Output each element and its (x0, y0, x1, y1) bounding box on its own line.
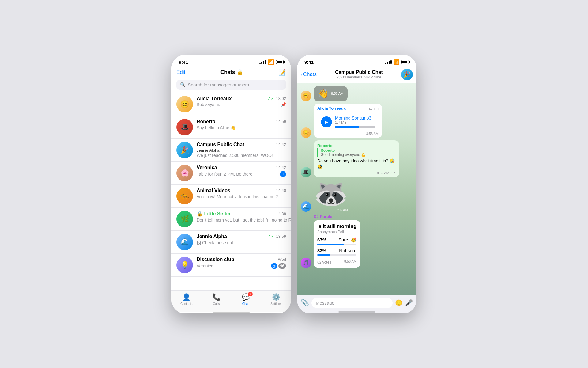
msg-sender-dj: DJ Purple (314, 214, 360, 219)
tab-contacts[interactable]: 👤 Contacts (172, 293, 202, 305)
sticker-icon[interactable]: 🙂 (395, 299, 403, 306)
read-check-jennie: ✓✓ (267, 234, 274, 239)
msg-roberto-row: 🎩 Roberto Roberto Good morning everyone … (301, 140, 413, 177)
signal-icon-right (385, 60, 392, 64)
messages-area: 😊 👋 8:56 AM 😊 Alicia Torreaux admin ▶ Mo… (297, 83, 417, 295)
nav-bar-left: Edit Chats 🔒 📝 (172, 66, 291, 80)
avatar-alicia-msg: 😊 (301, 127, 311, 138)
tab-settings[interactable]: ⚙️ Settings (261, 293, 291, 305)
chat-time-sister: 14:38 (276, 211, 286, 216)
avatar-animal: 🐆 (176, 188, 193, 204)
chat-time-discussion: Wed (278, 257, 286, 262)
poll-label-1: Sure! 🥳 (338, 237, 356, 243)
chat-preview-animal: Vote now! Moar cat videos in this channe… (197, 194, 278, 199)
msg-text-roberto: Do you have any idea what time it is? 🤣🤣 (317, 158, 396, 170)
back-button[interactable]: ‹ Chats (301, 71, 317, 78)
avatar-jennie: 🌊 (176, 234, 193, 250)
search-placeholder: Search for messages or users (188, 82, 249, 87)
msg-audio-bubble: Alicia Torreaux admin ▶ Morning Song.mp3… (314, 104, 382, 138)
poll-option-2[interactable]: 33% Not sure (317, 248, 356, 256)
poll-bar-fill-2 (317, 254, 330, 256)
chat-item-campus[interactable]: 🎉 Campus Public Chat 14:42 Jennie Alpha … (172, 139, 291, 162)
poll-title: Is it still morning (317, 224, 356, 229)
sticker-bubble: 🦝 8:56 AM (314, 180, 348, 212)
status-bar-left: 9:41 📶 (172, 55, 291, 66)
greeting-time: 8:56 AM (331, 92, 343, 95)
avatar-alicia: 😊 (176, 96, 193, 112)
chat-item-sister[interactable]: 🌿 🔒 Little Sister 14:38 Don't tell mom y… (172, 208, 291, 231)
msg-poll-row: 🎵 DJ Purple Is it still morning Anonymou… (301, 214, 413, 268)
chat-name-alicia: Alicia Torreaux (197, 96, 232, 101)
avatar-roberto: 🎩 (176, 119, 193, 135)
audio-size: 1.7 MB (335, 120, 375, 125)
status-icons-left: 📶 (259, 59, 284, 65)
chat-preview-campus: We just reached 2,500 members! WOO! (197, 153, 273, 158)
poll-bar-bg-2 (317, 254, 356, 256)
poll-bar-bg-1 (317, 244, 356, 245)
chats-badge: 2 (248, 292, 253, 296)
chat-item-jennie[interactable]: 🌊 Jennie Alpha ✓✓ 13:59 🖼 Check these ou… (172, 231, 291, 254)
chat-time-campus: 14:42 (276, 142, 286, 147)
chat-content-sister: 🔒 Little Sister 14:38 Don't tell mom yet… (197, 211, 286, 223)
msg-sticker-row: 🌊 🦝 8:56 AM (301, 180, 413, 212)
chat-content-discussion: Discussion club Wed Veronica @ 96 (197, 257, 286, 269)
poll-pct-1: 67% (317, 237, 326, 242)
search-bar[interactable]: 🔍 Search for messages or users (176, 80, 286, 90)
tab-calls-label: Calls (213, 302, 220, 305)
audio-waveform (335, 126, 375, 128)
msg-audio-row: 😊 Alicia Torreaux admin ▶ Morning Song.m… (301, 104, 413, 138)
wifi-icon: 📶 (268, 59, 274, 65)
back-arrow-icon: ‹ (301, 71, 303, 78)
home-indicator-right (338, 311, 375, 313)
poll-bar-fill-1 (317, 244, 344, 245)
chat-item-animal[interactable]: 🐆 Animal Videos 14:40 Vote now! Moar cat… (172, 185, 291, 208)
poll-bubble[interactable]: Is it still morning Anonymous Poll 67% S… (314, 220, 360, 268)
chat-preview-sender-campus: Jennie Alpha (197, 148, 286, 153)
chat-preview-sister: Don't tell mom yet, but I got the job! I… (197, 218, 291, 222)
reply-text: Good morning everyone 💪 (321, 153, 396, 157)
chat-detail-subtitle: 2,503 members, 284 online (319, 75, 399, 79)
chat-item-roberto[interactable]: 🎩 Roberto 14:59 Say hello to Alice 👋 (172, 116, 291, 139)
chat-preview-jennie: 🖼 Check these out (197, 240, 233, 245)
poll-pct-2: 33% (317, 248, 326, 253)
chat-item-discussion[interactable]: 💡 Discussion club Wed Veronica @ 96 (172, 254, 291, 277)
chat-preview-discussion: Veronica (197, 264, 213, 268)
avatar-sister: 🌿 (176, 211, 193, 227)
chat-name-campus: Campus Public Chat (197, 142, 244, 147)
attach-icon[interactable]: 📎 (301, 299, 309, 307)
greeting-bubble: 👋 8:56 AM (314, 86, 348, 101)
wifi-icon-right: 📶 (394, 59, 400, 65)
tab-chats[interactable]: 💬 2 Chats (231, 293, 261, 305)
chat-name-sister: 🔒 Little Sister (197, 211, 231, 217)
avatar-greeting: 😊 (301, 91, 311, 101)
chat-item-alicia[interactable]: 😊 Alicia Torreaux ✓✓ 13:02 Bob says hi. … (172, 93, 291, 116)
chat-name-jennie: Jennie Alpha (197, 234, 227, 239)
right-phone: 9:41 📶 ‹ Chats Campus Public Chat 2,503 … (297, 55, 417, 313)
message-input[interactable] (311, 298, 393, 308)
input-right-controls: 🙂 🎤 (395, 299, 413, 306)
edit-button[interactable]: Edit (176, 69, 185, 75)
avatar-campus-detail[interactable]: 🎉 (401, 69, 413, 80)
nav-title: Chats 🔒 (221, 69, 243, 75)
play-button[interactable]: ▶ (321, 116, 332, 127)
avatar-sticker-sender: 🌊 (301, 201, 311, 212)
chat-time-animal: 14:40 (276, 188, 286, 193)
greeting-emoji: 👋 (318, 89, 329, 99)
battery-icon (276, 60, 284, 64)
chat-content-campus: Campus Public Chat 14:42 Jennie Alpha We… (197, 142, 286, 158)
tab-calls[interactable]: 📞 Calls (202, 293, 232, 305)
avatar-campus: 🎉 (176, 142, 193, 158)
chat-item-veronica[interactable]: 🌸 Veronica 14:42 Table for four, 2 PM. B… (172, 162, 291, 185)
poll-container: DJ Purple Is it still morning Anonymous … (314, 214, 360, 268)
chat-name-discussion: Discussion club (197, 257, 234, 262)
tab-contacts-label: Contacts (180, 302, 192, 305)
msg-roberto-bubble: Roberto Roberto Good morning everyone 💪 … (314, 140, 399, 177)
reply-sender: Roberto (321, 148, 396, 153)
audio-info: Morning Song.mp3 1.7 MB (335, 116, 375, 128)
chat-detail-nav: ‹ Chats Campus Public Chat 2,503 members… (297, 66, 417, 83)
compose-icon[interactable]: 📝 (278, 69, 286, 76)
msg-sender-roberto: Roberto (317, 143, 333, 148)
status-time-left: 9:41 (179, 59, 188, 65)
poll-option-1[interactable]: 67% Sure! 🥳 (317, 237, 356, 245)
mic-icon[interactable]: 🎤 (405, 299, 413, 306)
